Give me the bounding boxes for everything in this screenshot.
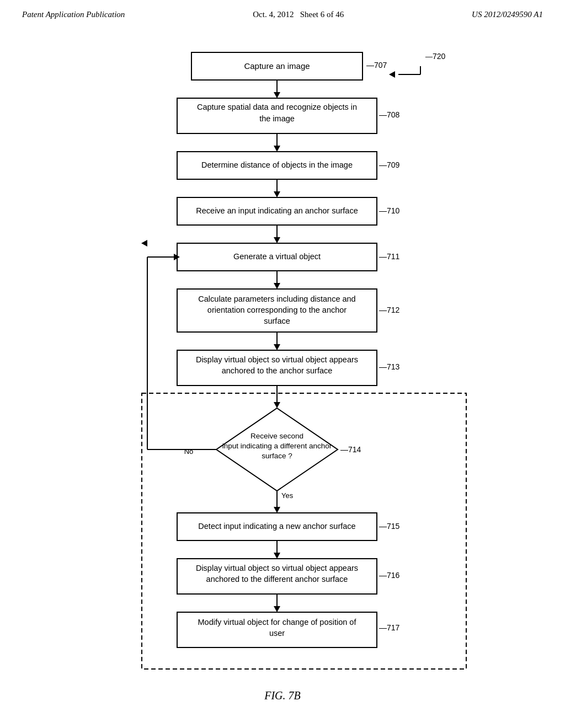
svg-text:anchored to the different  anc: anchored to the different anchor surface: [206, 575, 348, 584]
flowchart-container: Capture an image —707 Capture spatial da…: [56, 41, 509, 687]
svg-text:Yes: Yes: [281, 491, 294, 500]
svg-text:Capture spatial data and recog: Capture spatial data and recognize objec…: [197, 103, 357, 111]
svg-marker-21: [141, 240, 147, 247]
svg-text:—717: —717: [379, 623, 400, 632]
svg-text:Display virtual object so virt: Display virtual object so virtual object…: [196, 355, 358, 364]
svg-text:Determine distance of objects : Determine distance of objects in the ima…: [201, 160, 353, 169]
svg-text:—711: —711: [379, 252, 400, 261]
figure-label: FIG. 7B: [0, 689, 565, 702]
svg-text:—709: —709: [379, 160, 400, 169]
svg-text:No: No: [184, 447, 194, 456]
svg-text:—715: —715: [379, 522, 400, 531]
svg-text:—713: —713: [379, 362, 400, 371]
header-date-sheet: Oct. 4, 2012 Sheet 6 of 46: [253, 10, 344, 19]
svg-text:surface ?: surface ?: [262, 452, 292, 460]
svg-text:Display virtual object so virt: Display virtual object so virtual object…: [196, 564, 358, 572]
svg-marker-20: [274, 237, 280, 243]
svg-text:Modify virtual object for chan: Modify virtual object for change of posi…: [198, 618, 357, 627]
svg-text:input indicating a different a: input indicating a different anchor: [222, 442, 332, 450]
svg-text:Capture an image: Capture an image: [244, 61, 310, 71]
svg-text:surface: surface: [264, 317, 290, 325]
svg-text:⸻720: ⸻720: [425, 52, 446, 61]
svg-marker-72: [389, 71, 395, 78]
svg-marker-4: [274, 92, 280, 98]
diagram-area: Capture an image —707 Capture spatial da…: [0, 25, 565, 687]
header-publication: Patent Application Publication: [22, 10, 125, 19]
header-patent-number: US 2012/0249590 A1: [472, 10, 543, 19]
svg-text:—707: —707: [366, 61, 387, 69]
svg-text:—712: —712: [379, 306, 400, 314]
svg-text:user: user: [269, 629, 285, 638]
svg-text:—714: —714: [340, 445, 361, 454]
svg-text:Receive an input indicating an: Receive an input indicating an anchor su…: [196, 206, 358, 215]
svg-marker-33: [274, 344, 280, 350]
svg-text:orientation corresponding to t: orientation corresponding to the anchor: [207, 306, 347, 314]
svg-marker-10: [274, 146, 280, 152]
svg-text:anchored to the anchor surface: anchored to the anchor surface: [222, 366, 333, 375]
page-header: Patent Application Publication Oct. 4, 2…: [0, 0, 565, 25]
svg-text:Receive second: Receive second: [250, 432, 303, 440]
svg-text:—710: —710: [379, 206, 400, 215]
svg-text:—716: —716: [379, 571, 400, 580]
svg-text:Generate a virtual object: Generate a virtual object: [233, 252, 321, 261]
svg-marker-26: [274, 283, 280, 289]
svg-marker-15: [274, 191, 280, 197]
svg-text:Detect input indicating a new : Detect input indicating a new anchor sur…: [198, 522, 355, 531]
svg-text:—708: —708: [379, 110, 400, 119]
flowchart-svg: Capture an image —707 Capture spatial da…: [56, 41, 509, 687]
svg-text:Calculate parameters including: Calculate parameters including distance …: [198, 295, 355, 303]
svg-text:the image: the image: [259, 114, 295, 123]
